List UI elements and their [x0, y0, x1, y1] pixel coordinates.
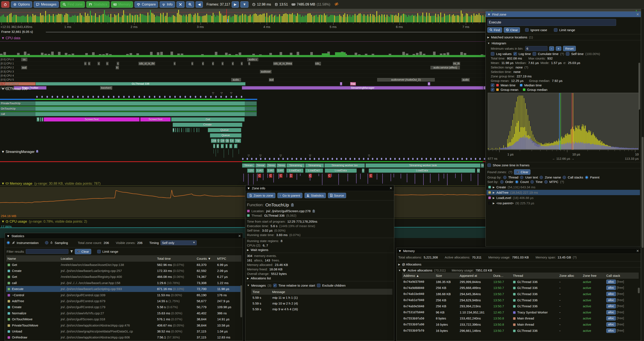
zone-span[interactable]: Loa: [211, 139, 217, 143]
allocations-expander[interactable]: ▶@ Allocations: [396, 262, 641, 267]
frame-bar[interactable]: [415, 15, 416, 23]
zone-span[interactable]: LoadData: [325, 168, 357, 173]
found-zone-row[interactable]: ▶LoadLevel(18) 406.88 µs: [486, 195, 640, 200]
cpu-zone-block[interactable]: audio.s: [247, 58, 258, 61]
frame-bar[interactable]: [398, 13, 399, 23]
frame-bar[interactable]: [16, 15, 16, 23]
find-zone-titlebar[interactable]: ▼ Find zone✕: [486, 12, 641, 17]
frame-bar[interactable]: [87, 14, 88, 23]
sort-by-radio-count[interactable]: [515, 180, 518, 184]
frame-bar[interactable]: [77, 16, 78, 23]
zone-span[interactable]: LoadDaU: [286, 168, 304, 173]
message-dot[interactable]: [323, 158, 324, 160]
cpu-zone-block[interactable]: k\: [116, 66, 119, 69]
frame-bar[interactable]: [354, 14, 356, 23]
frame-bar[interactable]: [195, 14, 196, 23]
frame-bar[interactable]: [454, 16, 455, 23]
frame-bar[interactable]: [188, 14, 189, 23]
frame-bar[interactable]: [92, 16, 93, 23]
frame-bar[interactable]: [264, 14, 265, 23]
cpu-usage-header[interactable]: ▼ CPU usage (y-range: 0.78%, visible dat…: [1, 220, 87, 223]
close-icon[interactable]: ✕: [636, 12, 639, 17]
frame-bar[interactable]: [105, 15, 106, 23]
zone-span[interactable]: C: [328, 174, 331, 178]
frame-bar[interactable]: [7, 16, 8, 23]
collapsed-zone-marker[interactable]: ▽: [248, 154, 250, 157]
column-header-dura[interactable]: Dura…: [492, 274, 512, 277]
table-row[interactable]: OnRedrawjni/../jni/src/claw/application/…: [6, 334, 242, 340]
close-icon[interactable]: ✕: [390, 186, 392, 190]
frame-bar[interactable]: [361, 14, 362, 23]
message-dot[interactable]: [246, 158, 248, 160]
frame-bar[interactable]: [412, 15, 413, 23]
find-button[interactable]: Find: [487, 27, 502, 33]
frame-bar[interactable]: [70, 17, 70, 23]
frame-bar[interactable]: [282, 16, 282, 23]
zone-span[interactable]: C: [279, 174, 282, 178]
zone-span[interactable]: Queue: [208, 128, 241, 132]
frame-bar[interactable]: [66, 13, 66, 23]
frame-bar[interactable]: [255, 14, 256, 23]
frame-bar[interactable]: [78, 16, 79, 23]
frame-bar[interactable]: [109, 17, 110, 23]
close-icon[interactable]: ✕: [238, 234, 241, 238]
frame-bar[interactable]: [278, 17, 279, 23]
frame-bar[interactable]: [439, 16, 440, 23]
frame-bar[interactable]: [460, 17, 460, 23]
frame-bar[interactable]: [10, 14, 10, 23]
frame-bar[interactable]: [50, 16, 51, 23]
message-dot[interactable]: [144, 96, 145, 98]
cpu-zone-block[interactable]: aud: [269, 78, 274, 82]
frame-bar[interactable]: [259, 15, 260, 23]
zone-span[interactable]: E: [172, 128, 174, 132]
message-dot[interactable]: [123, 96, 125, 98]
frame-bar[interactable]: [210, 15, 211, 23]
frame-bar[interactable]: [392, 15, 392, 23]
frame-bar[interactable]: [44, 16, 45, 23]
frame-bar[interactable]: [269, 16, 270, 23]
cpu-zone-block[interactable]: c: [248, 62, 250, 65]
frame-bar[interactable]: [0, 17, 1, 23]
cpu-zone-block[interactable]: os: [21, 58, 27, 61]
frame-bar[interactable]: [380, 16, 381, 23]
frame-bar[interactable]: [67, 14, 68, 23]
frame-bar[interactable]: [192, 17, 193, 23]
message-dot[interactable]: [457, 158, 458, 160]
options-button[interactable]: Options: [11, 1, 32, 8]
frame-bar[interactable]: [280, 16, 281, 23]
prev-frame-button[interactable]: ◀: [196, 1, 203, 8]
zone-span[interactable]: (: [213, 144, 215, 148]
column-header-counts[interactable]: Counts ▼: [196, 257, 216, 260]
memory-button[interactable]: Memory: [111, 1, 133, 8]
message-dot[interactable]: [215, 96, 217, 98]
frame-bar[interactable]: [219, 11, 220, 23]
frame-bar[interactable]: [447, 15, 448, 23]
go-to-parent-button[interactable]: ↑Go to parent: [278, 193, 302, 198]
message-row[interactable]: 5.59 smip 9 w 4 h 4 (16): [251, 306, 392, 312]
frame-bar[interactable]: [347, 14, 348, 23]
allocation-row[interactable]: 0x7553b9fa9016 bytes153,722,396ns13:50.8…: [402, 321, 639, 327]
frame-bar[interactable]: [466, 13, 467, 23]
zone-span[interactable]: Up: [225, 139, 229, 143]
frame-bar[interactable]: [425, 17, 426, 23]
compare-button[interactable]: Compare: [134, 1, 158, 8]
frame-bar[interactable]: [158, 16, 158, 23]
frame-bar[interactable]: [374, 15, 375, 23]
zone-span[interactable]: [184, 128, 184, 132]
frame-bar[interactable]: [71, 17, 72, 23]
message-dot[interactable]: [62, 96, 63, 98]
frame-bar[interactable]: [300, 15, 300, 23]
statistics-scrollbar[interactable]: [240, 285, 242, 317]
message-dot[interactable]: [381, 158, 382, 160]
zone-span[interactable]: Strea: [266, 163, 276, 168]
frame-bar[interactable]: [126, 16, 126, 23]
frame-bar[interactable]: [462, 14, 463, 23]
cpu-zone-block[interactable]: aud: [21, 66, 27, 69]
frame-bar[interactable]: [329, 16, 330, 23]
column-header-name[interactable]: Name: [6, 257, 60, 260]
message-dot[interactable]: [138, 96, 140, 98]
message-dot[interactable]: [269, 158, 270, 160]
frame-bar[interactable]: [283, 14, 284, 23]
frame-bar[interactable]: [378, 16, 378, 23]
frame-bar[interactable]: [167, 13, 168, 23]
